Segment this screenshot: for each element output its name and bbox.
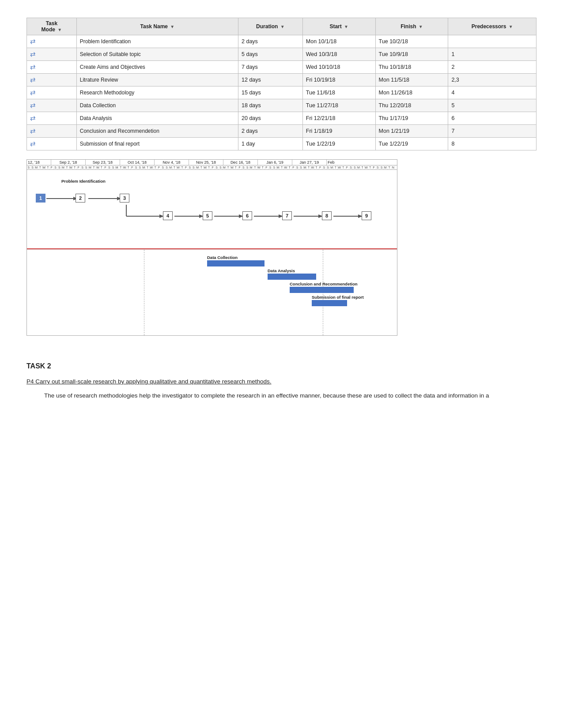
task-mode-icon: ⇄ (30, 76, 36, 83)
gantt-day-cell: F (104, 165, 108, 169)
gantt-day-cell: T (368, 165, 372, 169)
gantt-day-cell: W (69, 165, 73, 169)
task2-heading: TASK 2 (26, 362, 537, 370)
gantt-day-cell: S (81, 165, 85, 169)
th-task-name[interactable]: Task Name ▼ (76, 18, 238, 35)
table-row: ⇄ Data Analysis 20 days Fri 12/21/18 Thu… (27, 112, 537, 125)
gantt-day-cell: T (227, 165, 230, 169)
cell-task-name: Create Aims and Objectives (76, 61, 238, 74)
cell-finish: Mon 11/26/18 (375, 86, 448, 99)
gantt-day-cell: M (169, 165, 173, 169)
cell-task-name: Research Methodology (76, 86, 238, 99)
gantt-day-cell: F (157, 165, 161, 169)
th-start[interactable]: Start ▼ (302, 18, 375, 35)
node-3: 3 (120, 194, 129, 203)
gantt-day-cell: W (177, 165, 181, 169)
gantt-day-cell: S (84, 165, 88, 169)
gantt-day-cell: T (119, 165, 123, 169)
gantt-day-cell: S (353, 165, 357, 169)
task2-section: TASK 2 P4 Carry out small-scale research… (26, 358, 537, 401)
node-5: 5 (203, 211, 212, 220)
gantt-day-cell: T (146, 165, 150, 169)
cell-task-name: Conclusion and Recommendetion (76, 125, 238, 138)
th-duration[interactable]: Duration ▼ (238, 18, 303, 35)
cell-pred: 2,3 (448, 74, 537, 86)
node-6: 6 (242, 211, 252, 220)
cell-finish: Tue 10/9/18 (375, 48, 448, 61)
th-task-mode[interactable]: TaskMode ▼ (27, 18, 77, 35)
cell-finish: Thu 1/17/19 (375, 112, 448, 125)
gantt-day-cell: F (77, 165, 81, 169)
gantt-day-cell: S (138, 165, 142, 169)
cell-finish: Tue 10/2/18 (375, 35, 448, 48)
gantt-day-cell: T (65, 165, 69, 169)
cell-pred: 6 (448, 112, 537, 125)
gantt-day-cell: S (295, 165, 299, 169)
gantt-day-cell: S (242, 165, 246, 169)
gantt-day-cell: T (361, 165, 365, 169)
cell-finish: Mon 11/5/18 (375, 74, 448, 86)
cell-task-name: Submission of final report (76, 138, 238, 150)
gantt-day-cell: S (376, 165, 380, 169)
cell-task-mode: ⇄ (27, 35, 77, 48)
cell-start: Tue 1/22/19 (302, 138, 375, 150)
bar-label-conclusion: Conclusion and Recommendetion (290, 281, 358, 293)
node-2: 2 (76, 194, 85, 203)
gantt-day-cell: F (318, 165, 322, 169)
cell-finish: Thu 12/20/18 (375, 99, 448, 112)
gantt-header-dates: 12, '18 Sep 2, '18 Sep 23, '18 Oct 14, '… (27, 160, 397, 165)
cell-start: Fri 1/18/19 (302, 125, 375, 138)
gantt-day-cell: S (326, 165, 330, 169)
arrow-svg (27, 170, 397, 248)
th-predecessors[interactable]: Predecessors ▼ (448, 18, 537, 35)
gantt-day-cell: W (230, 165, 234, 169)
gantt-date-3: Oct 14, '18 (120, 160, 155, 165)
cell-task-name: Selection of Suitable topic (76, 48, 238, 61)
cell-task-name: Data Analysis (76, 112, 238, 125)
gantt-day-cell: W (311, 165, 315, 169)
gantt-day-cell: M (34, 165, 38, 169)
gantt-day-cell: T (253, 165, 257, 169)
gantt-day-cell: T (100, 165, 104, 169)
cell-start: Fri 10/19/18 (302, 74, 375, 86)
gantt-day-cell: M (249, 165, 253, 169)
cell-start: Mon 10/1/18 (302, 35, 375, 48)
cell-duration: 2 days (238, 35, 303, 48)
cell-task-name: Problem Identification (76, 35, 238, 48)
task-table-wrapper: TaskMode ▼ Task Name ▼ Duration ▼ Start … (26, 18, 537, 150)
gantt-day-cell: F (50, 165, 54, 169)
gantt-date-7: Jan 6, '19 (258, 160, 292, 165)
cell-pred: 5 (448, 99, 537, 112)
gantt-day-cell: S (322, 165, 326, 169)
cell-task-mode: ⇄ (27, 74, 77, 86)
gantt-date-6: Dec 16, '18 (223, 160, 258, 165)
gantt-day-cell: W (365, 165, 369, 169)
node-9: 9 (362, 211, 371, 220)
gantt-day-cell: M (330, 165, 334, 169)
gantt-day-cell: M (61, 165, 65, 169)
cell-pred: 2 (448, 61, 537, 74)
gantt-date-5: Nov 25, '18 (189, 160, 223, 165)
task2-subheading: P4 Carry out small-scale research by app… (26, 378, 537, 385)
gantt-bars-section: Data Collection Data Analysis Conclusion… (27, 249, 397, 335)
cell-duration: 5 days (238, 48, 303, 61)
gantt-date-8: Jan 27, '19 (292, 160, 327, 165)
gantt-day-cell: N (391, 165, 395, 169)
cell-task-mode: ⇄ (27, 48, 77, 61)
gantt-day-cell: S (272, 165, 276, 169)
gantt-day-cell: S (246, 165, 249, 169)
gantt-day-cell: M (357, 165, 361, 169)
cell-task-mode: ⇄ (27, 125, 77, 138)
gantt-day-cell: T (307, 165, 311, 169)
gantt-date-1: Sep 2, '18 (51, 160, 86, 165)
gantt-day-cell: S (58, 165, 62, 169)
gantt-day-cell: T (92, 165, 96, 169)
cell-start: Tue 11/6/18 (302, 86, 375, 99)
gantt-day-cell: W (42, 165, 46, 169)
gantt-day-cell: M (142, 165, 146, 169)
gantt-day-cell: S (161, 165, 165, 169)
gantt-day-cell: S (219, 165, 223, 169)
gantt-day-cell: S (107, 165, 111, 169)
th-finish[interactable]: Finish ▼ (375, 18, 448, 35)
gantt-day-cell: M (384, 165, 388, 169)
